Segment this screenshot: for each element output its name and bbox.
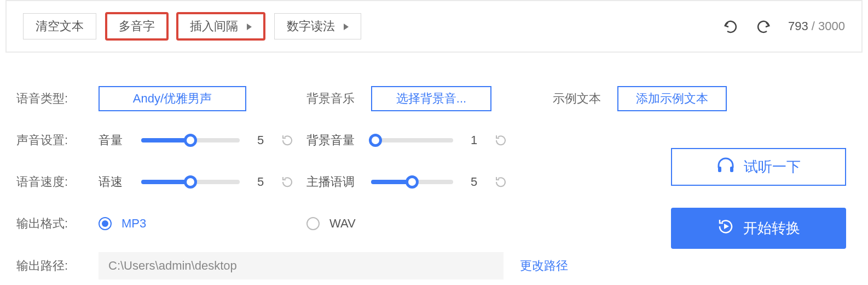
headphones-icon (716, 157, 735, 177)
clear-text-button[interactable]: 清空文本 (23, 13, 96, 39)
voice-type-label: 语音类型: (16, 90, 99, 107)
bg-volume-label: 背景音量 (306, 132, 361, 149)
bg-volume-value: 1 (463, 133, 485, 147)
radio-wav[interactable]: WAV (306, 216, 356, 231)
radio-mp3-label: MP3 (121, 216, 146, 231)
char-count-current: 793 (788, 19, 808, 33)
output-path-label: 输出路径: (16, 258, 99, 274)
change-path-link[interactable]: 更改路径 (520, 258, 568, 274)
bg-volume-reset-icon[interactable] (495, 134, 507, 146)
voice-type-select[interactable]: Andy/优雅男声 (99, 86, 246, 111)
sound-settings-label: 声音设置: (16, 132, 99, 149)
char-counter: 793 / 3000 (788, 19, 845, 33)
number-reading-button[interactable]: 数字读法 (274, 13, 361, 39)
volume-value: 5 (250, 133, 271, 147)
speed-label: 语速 (99, 174, 131, 190)
svg-rect-0 (718, 167, 721, 172)
radio-wav-label: WAV (329, 216, 356, 231)
triangle-right-icon (247, 24, 252, 30)
play-refresh-icon (717, 218, 734, 239)
bgm-select-button[interactable]: 选择背景音... (371, 86, 491, 111)
text-toolbar: 清空文本 多音字 插入间隔 数字读法 793 / 3000 (5, 0, 863, 53)
svg-marker-2 (724, 224, 729, 229)
pitch-label: 主播语调 (306, 174, 361, 190)
radio-circle-icon (306, 217, 320, 230)
pitch-slider-group: 主播语调 5 (306, 174, 507, 190)
start-convert-label: 开始转换 (743, 219, 800, 238)
insert-gap-button[interactable]: 插入间隔 (177, 13, 264, 39)
bgm-label: 背景音乐 (306, 90, 355, 107)
add-sample-text-button[interactable]: 添加示例文本 (617, 86, 727, 111)
radio-mp3[interactable]: MP3 (99, 216, 146, 231)
volume-reset-icon[interactable] (281, 134, 293, 146)
triangle-right-icon (344, 24, 349, 30)
preview-button-label: 试听一下 (744, 157, 801, 176)
preview-button[interactable]: 试听一下 (671, 148, 846, 186)
volume-slider[interactable] (141, 138, 240, 142)
sample-text-label: 示例文本 (553, 90, 601, 107)
bg-volume-slider[interactable] (371, 138, 453, 142)
bg-volume-slider-group: 背景音量 1 (306, 132, 507, 149)
polyphone-button[interactable]: 多音字 (106, 13, 167, 39)
voice-speed-label: 语音速度: (16, 174, 99, 190)
volume-label: 音量 (99, 132, 131, 149)
redo-button[interactable] (755, 19, 772, 33)
volume-slider-group: 音量 5 (99, 132, 293, 149)
undo-button[interactable] (722, 19, 739, 33)
pitch-value: 5 (463, 175, 485, 189)
speed-slider[interactable] (141, 180, 240, 184)
speed-value: 5 (250, 175, 271, 189)
svg-rect-1 (730, 167, 733, 172)
radio-circle-icon (99, 217, 112, 230)
output-format-label: 输出格式: (16, 215, 99, 232)
number-reading-label: 数字读法 (287, 19, 335, 33)
pitch-reset-icon[interactable] (495, 176, 507, 188)
speed-slider-group: 语速 5 (99, 174, 293, 190)
start-convert-button[interactable]: 开始转换 (671, 208, 846, 249)
speed-reset-icon[interactable] (281, 176, 293, 188)
char-count-max: 3000 (818, 19, 845, 33)
output-path-input[interactable] (99, 252, 504, 280)
insert-gap-label: 插入间隔 (190, 19, 238, 33)
pitch-slider[interactable] (371, 180, 453, 184)
